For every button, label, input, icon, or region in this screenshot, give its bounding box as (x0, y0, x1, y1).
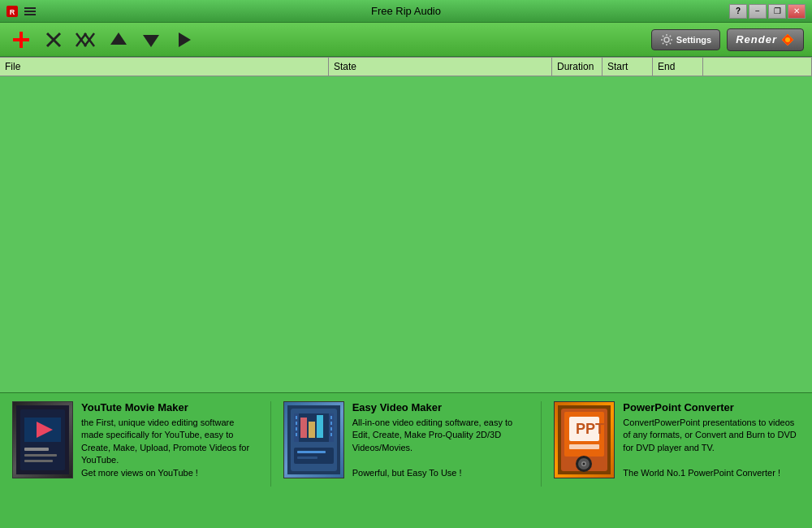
remove-all-icon (75, 30, 97, 50)
powerpoint-converter-thumbnail: PPT (558, 405, 611, 474)
col-start: Start (603, 58, 653, 76)
svg-rect-34 (330, 433, 332, 436)
menu-icon[interactable] (23, 6, 37, 17)
promo-text-2: Easy Video Maker All-in-one video editin… (352, 401, 529, 487)
svg-point-13 (664, 37, 669, 42)
svg-rect-38 (294, 448, 334, 464)
promo-desc-3: ConvertPowerPoint presentations to video… (623, 417, 800, 479)
svg-rect-46 (569, 444, 599, 449)
restore-button[interactable]: ❐ (768, 4, 786, 19)
svg-marker-12 (179, 32, 191, 47)
play-button[interactable] (171, 27, 197, 53)
move-up-button[interactable] (106, 27, 132, 53)
svg-rect-30 (296, 433, 297, 436)
remove-button[interactable] (41, 27, 67, 53)
svg-rect-27 (296, 416, 297, 419)
svg-marker-10 (110, 32, 127, 45)
move-up-icon (109, 30, 128, 50)
app-icon: R (6, 6, 18, 17)
svg-rect-29 (296, 427, 297, 431)
settings-button[interactable]: Settings (651, 29, 720, 50)
svg-text:R: R (10, 8, 15, 16)
svg-rect-21 (24, 460, 53, 462)
table-body (0, 76, 812, 393)
svg-rect-40 (297, 457, 317, 459)
promo-thumb-3: PPT (554, 401, 615, 478)
svg-rect-39 (297, 451, 326, 453)
easy-video-maker-thumbnail (287, 405, 340, 474)
promo-item-2[interactable]: Easy Video Maker All-in-one video editin… (283, 401, 529, 487)
settings-label: Settings (676, 35, 711, 45)
promo-thumb-2 (283, 401, 344, 478)
close-button[interactable]: ✕ (788, 4, 806, 19)
add-button[interactable] (8, 27, 34, 53)
svg-point-50 (583, 463, 585, 465)
svg-rect-20 (24, 454, 57, 457)
promo-title-1: YouTute Movie Maker (81, 401, 258, 413)
remove-all-button[interactable] (73, 27, 99, 53)
render-icon (780, 32, 795, 47)
window-controls: ? − ❐ ✕ (729, 4, 806, 19)
promo-item-1[interactable]: YouTute Movie Maker the First, unique vi… (12, 401, 258, 487)
svg-rect-37 (317, 415, 323, 438)
promo-title-2: Easy Video Maker (352, 401, 529, 413)
gear-icon (660, 33, 673, 46)
move-down-icon (141, 30, 161, 50)
promo-thumb-1 (12, 401, 73, 478)
col-duration: Duration (552, 58, 603, 76)
svg-text:PPT: PPT (576, 421, 604, 437)
promo-text-3: PowerPoint Converter ConvertPowerPoint p… (623, 401, 800, 487)
col-state: State (329, 58, 552, 76)
remove-icon (44, 30, 63, 50)
add-icon (10, 28, 32, 51)
svg-rect-36 (309, 422, 315, 438)
col-end: End (653, 58, 703, 76)
move-down-button[interactable] (138, 27, 164, 53)
col-extra (703, 58, 812, 76)
promo-divider-1 (270, 401, 271, 487)
title-bar: R Free Rip Audio ? − ❐ ✕ (0, 0, 812, 23)
svg-marker-11 (143, 35, 159, 47)
svg-rect-35 (300, 418, 307, 438)
minimize-button[interactable]: − (749, 4, 767, 19)
render-button[interactable]: Render (727, 28, 804, 51)
toolbar: Settings Render (0, 23, 812, 57)
render-label: Render (736, 33, 777, 45)
play-icon (174, 30, 193, 50)
promo-desc-1: the First, unique video editing software… (81, 417, 258, 479)
svg-rect-33 (330, 427, 332, 431)
promo-desc-2: All-in-one video editing software, easy … (352, 417, 529, 479)
svg-point-14 (785, 37, 790, 42)
svg-rect-19 (24, 448, 49, 451)
svg-rect-31 (330, 416, 332, 419)
promo-divider-2 (541, 401, 542, 487)
promo-title-3: PowerPoint Converter (623, 401, 800, 413)
table-header: File State Duration Start End (0, 57, 812, 76)
help-button[interactable]: ? (729, 4, 747, 19)
promo-item-3[interactable]: PPT PowerPoint Converter ConvertPowerPoi… (554, 401, 800, 487)
svg-rect-28 (296, 422, 297, 425)
toolbar-right: Settings Render (651, 28, 804, 51)
app-title: Free Rip Audio (371, 5, 441, 17)
title-bar-left: R (6, 6, 37, 17)
svg-rect-32 (330, 422, 332, 425)
promo-area: YouTute Movie Maker the First, unique vi… (0, 393, 812, 495)
col-file: File (0, 58, 329, 76)
youtube-movie-maker-thumbnail (16, 405, 69, 474)
promo-text-1: YouTute Movie Maker the First, unique vi… (81, 401, 258, 487)
